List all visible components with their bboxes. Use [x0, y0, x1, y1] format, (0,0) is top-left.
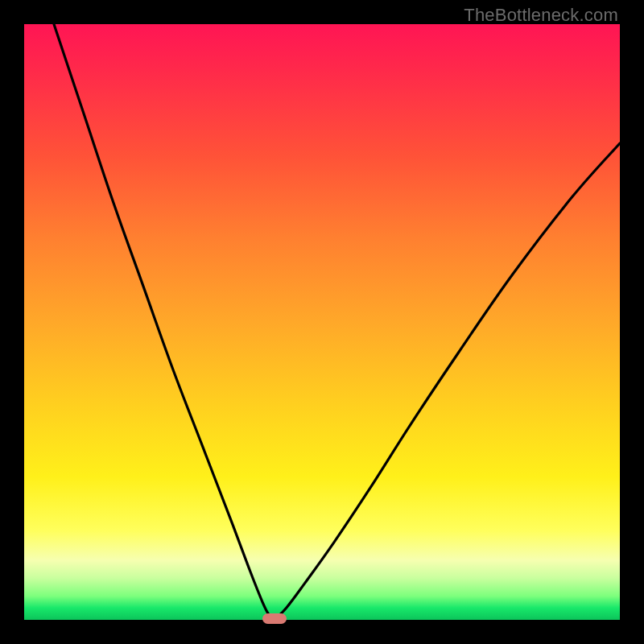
bottleneck-curve	[24, 24, 620, 620]
chart-frame: TheBottleneck.com	[0, 0, 644, 644]
watermark-text: TheBottleneck.com	[464, 5, 618, 26]
plot-area	[24, 24, 620, 620]
minimum-marker	[262, 613, 287, 624]
curve-path	[54, 24, 620, 620]
